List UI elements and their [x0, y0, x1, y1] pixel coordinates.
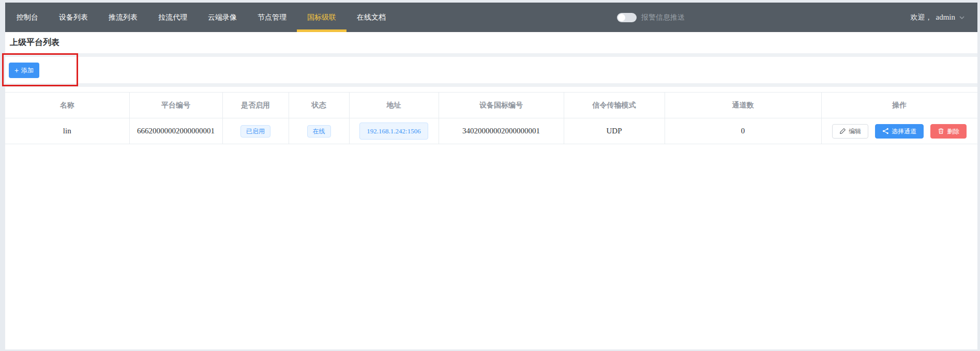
page-header: 上级平台列表 — [5, 32, 977, 53]
edit-button[interactable]: 编辑 — [832, 124, 868, 139]
delete-button[interactable]: 删除 — [930, 124, 967, 139]
cell-actions: 编辑 选择通道 — [821, 118, 977, 144]
col-header-signal-mode: 信令传输模式 — [564, 93, 665, 118]
enabled-badge: 已启用 — [240, 125, 270, 138]
col-header-platform-id: 平台编号 — [129, 93, 222, 118]
alarm-push-toggle[interactable] — [617, 13, 637, 22]
alarm-push-toggle-label: 报警信息推送 — [641, 13, 685, 22]
select-channel-button-label: 选择通道 — [892, 128, 916, 134]
share-icon — [882, 128, 889, 134]
tab-cloud-record[interactable]: 云端录像 — [198, 3, 247, 32]
cell-channel-count: 0 — [665, 118, 821, 144]
col-header-address: 地址 — [349, 93, 439, 118]
status-badge: 在线 — [307, 125, 331, 138]
username: admin — [936, 13, 956, 22]
edit-button-label: 编辑 — [849, 128, 861, 134]
delete-button-label: 删除 — [947, 128, 959, 134]
platform-table-section: 名称 平台编号 是否启用 状态 地址 设备国标编号 信令传输模式 通道数 操作 … — [5, 87, 977, 349]
col-header-enabled: 是否启用 — [222, 93, 289, 118]
active-tab-underline — [297, 29, 346, 32]
col-header-actions: 操作 — [821, 93, 977, 118]
col-header-channel-count: 通道数 — [665, 93, 821, 118]
welcome-text: 欢迎， — [911, 13, 932, 22]
user-menu[interactable]: 欢迎， admin — [911, 3, 966, 32]
table-header-row: 名称 平台编号 是否启用 状态 地址 设备国标编号 信令传输模式 通道数 操作 — [5, 93, 977, 118]
tab-console[interactable]: 控制台 — [6, 3, 49, 32]
add-button[interactable]: + 添加 — [9, 63, 39, 78]
platform-table: 名称 平台编号 是否启用 状态 地址 设备国标编号 信令传输模式 通道数 操作 … — [5, 92, 977, 144]
cell-platform-id: 66620000002000000001 — [129, 118, 222, 144]
section-divider — [5, 53, 977, 57]
trash-icon — [938, 128, 944, 134]
alarm-push-toggle-group: 报警信息推送 — [617, 3, 685, 32]
row-actions: 编辑 选择通道 — [824, 124, 976, 139]
tab-gb-cascade-label: 国标级联 — [307, 13, 336, 22]
section-divider — [5, 83, 977, 87]
col-header-status: 状态 — [289, 93, 349, 118]
col-header-gb-id: 设备国标编号 — [439, 93, 564, 118]
cell-signal-mode: UDP — [564, 118, 665, 144]
plus-icon: + — [14, 67, 19, 74]
page-title: 上级平台列表 — [10, 37, 59, 48]
add-button-label: 添加 — [21, 66, 34, 75]
toolbar: + 添加 — [5, 57, 977, 83]
tab-push-list[interactable]: 推流列表 — [98, 3, 148, 32]
cell-status: 在线 — [289, 118, 349, 144]
select-channel-button[interactable]: 选择通道 — [875, 124, 924, 139]
col-header-name: 名称 — [5, 93, 129, 118]
tab-pull-proxy[interactable]: 拉流代理 — [148, 3, 198, 32]
cell-name: lin — [5, 118, 129, 144]
edit-pencil-icon — [839, 128, 846, 134]
chevron-down-icon — [959, 14, 965, 21]
cell-address: 192.168.1.242:1506 — [349, 118, 439, 144]
cell-enabled: 已启用 — [222, 118, 289, 144]
tab-node-manage[interactable]: 节点管理 — [247, 3, 297, 32]
tab-device-list[interactable]: 设备列表 — [49, 3, 98, 32]
tab-gb-cascade[interactable]: 国标级联 — [297, 3, 346, 32]
toggle-knob — [618, 14, 625, 21]
top-navbar: 控制台 设备列表 推流列表 拉流代理 云端录像 节点管理 国标级联 在线文档 报… — [5, 3, 977, 32]
app-window: 控制台 设备列表 推流列表 拉流代理 云端录像 节点管理 国标级联 在线文档 报… — [5, 3, 977, 349]
tab-online-docs[interactable]: 在线文档 — [346, 3, 396, 32]
cell-gb-id: 34020000002000000001 — [439, 118, 564, 144]
table-row: lin 66620000002000000001 已启用 在线 192.168.… — [5, 118, 977, 144]
address-badge: 192.168.1.242:1506 — [359, 123, 428, 140]
